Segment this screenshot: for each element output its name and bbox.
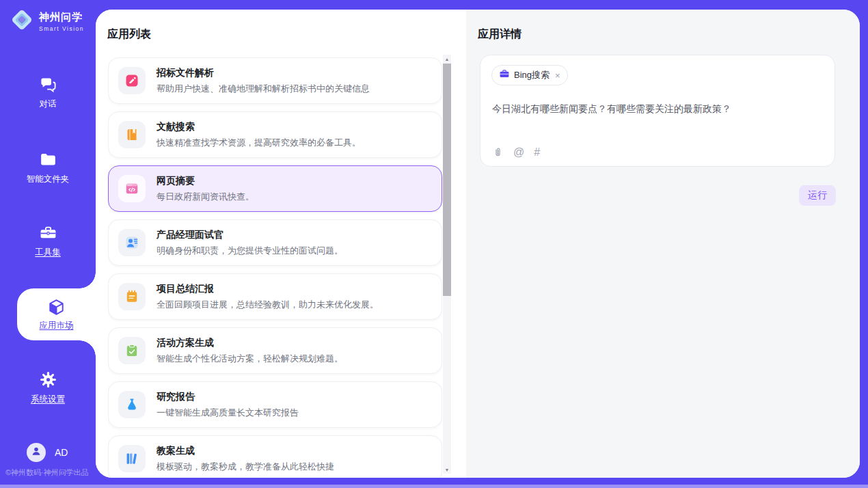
sidebar-item-label: 工具集: [35, 247, 61, 258]
folder-icon: [39, 150, 57, 169]
app-item-description: 模板驱动，教案秒成，教学准备从此轻松快捷: [157, 461, 334, 473]
toolbox-icon: [39, 223, 57, 242]
sidebar-item-smart-folders[interactable]: 智能文件夹: [0, 150, 96, 185]
logo-subtitle: Smart Vision: [39, 25, 84, 32]
main-content: 应用列表 招标文件解析帮助用户快速、准确地理解和解析招标书中的关键信息文献搜索快…: [96, 10, 860, 478]
chip-close-icon[interactable]: ×: [555, 70, 560, 81]
user-profile[interactable]: AD: [27, 443, 68, 462]
app-item-title: 活动方案生成: [157, 337, 343, 349]
app-item-description: 快速精准查找学术资源，提高研究效率的必备工具。: [157, 137, 361, 149]
logo-title: 神州问学: [39, 11, 84, 24]
composer-card: Bing搜索 × 今日湖北有哪些新闻要点？有哪些需要关注的最新政策？ @ #: [480, 55, 835, 167]
app-item-title: 文献搜索: [157, 121, 361, 133]
app-window: { "colors": { "primary": "#5846F0", "sel…: [0, 0, 868, 488]
app-list: 招标文件解析帮助用户快速、准确地理解和解析招标书中的关键信息文献搜索快速精准查找…: [108, 57, 442, 478]
app-list-panel: 应用列表 招标文件解析帮助用户快速、准确地理解和解析招标书中的关键信息文献搜索快…: [96, 10, 466, 478]
app-item-title: 研究报告: [157, 391, 299, 403]
app-item-bid-analysis[interactable]: 招标文件解析帮助用户快速、准确地理解和解析招标书中的关键信息: [108, 57, 442, 104]
avatar: [27, 443, 46, 462]
prompt-input[interactable]: 今日湖北有哪些新闻要点？有哪些需要关注的最新政策？: [492, 103, 824, 116]
research-icon: [118, 391, 146, 418]
app-list-title: 应用列表: [107, 27, 151, 42]
sidebar-item-system-settings[interactable]: 系统设置: [0, 370, 96, 405]
app-item-title: 项目总结汇报: [157, 283, 379, 295]
briefcase-icon: [499, 68, 510, 82]
app-item-research-report[interactable]: 研究报告一键智能生成高质量长文本研究报告: [108, 381, 442, 428]
app-item-project-summary[interactable]: 项目总结汇报全面回顾项目进展，总结经验教训，助力未来优化发展。: [108, 273, 442, 320]
list-scrollbar[interactable]: ▲ ▼: [443, 55, 451, 474]
app-item-title: 产品经理面试官: [157, 229, 343, 241]
app-item-pm-interviewer[interactable]: 产品经理面试官明确身份和职责，为您提供专业性的面试问题。: [108, 219, 442, 266]
scrollbar-thumb[interactable]: [443, 64, 451, 296]
book-icon: [118, 121, 146, 148]
app-item-description: 每日政府新闻资讯快查。: [157, 191, 254, 203]
app-item-title: 网页摘要: [157, 175, 254, 187]
app-item-description: 明确身份和职责，为您提供专业性的面试问题。: [157, 245, 343, 257]
clipboard-icon: [118, 337, 146, 364]
app-logo: 神州问学 Smart Vision: [10, 8, 84, 35]
sidebar-item-app-market[interactable]: 应用市场: [17, 288, 96, 340]
hash-icon[interactable]: #: [534, 147, 540, 158]
app-item-description: 智能生成个性化活动方案，轻松解决规划难题。: [157, 353, 343, 365]
app-item-literature-search[interactable]: 文献搜索快速精准查找学术资源，提高研究效率的必备工具。: [108, 111, 442, 158]
avatar-icon: [30, 445, 42, 460]
app-item-web-summary[interactable]: 网页摘要每日政府新闻资讯快查。: [108, 165, 442, 212]
copyright-text: ©神州数码·神州问学出品: [5, 467, 89, 478]
gear-icon: [39, 370, 57, 389]
paperclip-icon[interactable]: [492, 146, 504, 158]
window-bottom-edge: [0, 485, 868, 488]
composer-toolbar: @ #: [492, 146, 540, 158]
web-icon: [118, 175, 146, 202]
at-icon[interactable]: @: [513, 147, 524, 158]
cube-icon: [47, 298, 66, 316]
lesson-icon: [118, 445, 146, 472]
sidebar-item-toolset[interactable]: 工具集: [0, 223, 96, 258]
app-item-title: 招标文件解析: [157, 67, 370, 79]
run-button[interactable]: 运行: [799, 185, 836, 206]
tool-chip-label: Bing搜索: [514, 69, 550, 81]
interviewer-icon: [118, 229, 146, 256]
app-detail-title: 应用详情: [478, 27, 521, 42]
sidebar-item-label: 智能文件夹: [27, 174, 70, 185]
app-item-lesson-plan[interactable]: 教案生成模板驱动，教案秒成，教学准备从此轻松快捷: [108, 435, 442, 478]
gem-logo-icon: [10, 8, 34, 35]
bid-doc-icon: [118, 67, 146, 94]
app-item-title: 教案生成: [157, 445, 334, 457]
scroll-down-icon[interactable]: ▼: [443, 465, 451, 474]
app-item-description: 全面回顾项目进展，总结经验教训，助力未来优化发展。: [157, 299, 379, 311]
scroll-up-icon[interactable]: ▲: [443, 55, 451, 63]
sidebar: 神州问学 Smart Vision 对话智能文件夹工具集应用市场系统设置 AD …: [0, 0, 96, 488]
app-item-description: 帮助用户快速、准确地理解和解析招标书中的关键信息: [157, 83, 370, 95]
sidebar-item-label: 应用市场: [40, 320, 74, 331]
app-item-description: 一键智能生成高质量长文本研究报告: [157, 407, 299, 419]
sidebar-item-chat[interactable]: 对话: [0, 75, 96, 110]
user-name: AD: [55, 447, 68, 458]
app-detail-panel: 应用详情 Bing搜索 × 今日湖北有哪些新闻要点？有哪些需要关注的最新政策？ …: [466, 10, 860, 478]
sidebar-item-label: 系统设置: [31, 394, 65, 405]
notepad-icon: [118, 283, 146, 310]
sidebar-item-label: 对话: [40, 98, 57, 110]
chat-icon: [39, 75, 57, 94]
tool-chip-bing-search[interactable]: Bing搜索 ×: [491, 65, 568, 85]
app-item-activity-plan[interactable]: 活动方案生成智能生成个性化活动方案，轻松解决规划难题。: [108, 327, 442, 374]
